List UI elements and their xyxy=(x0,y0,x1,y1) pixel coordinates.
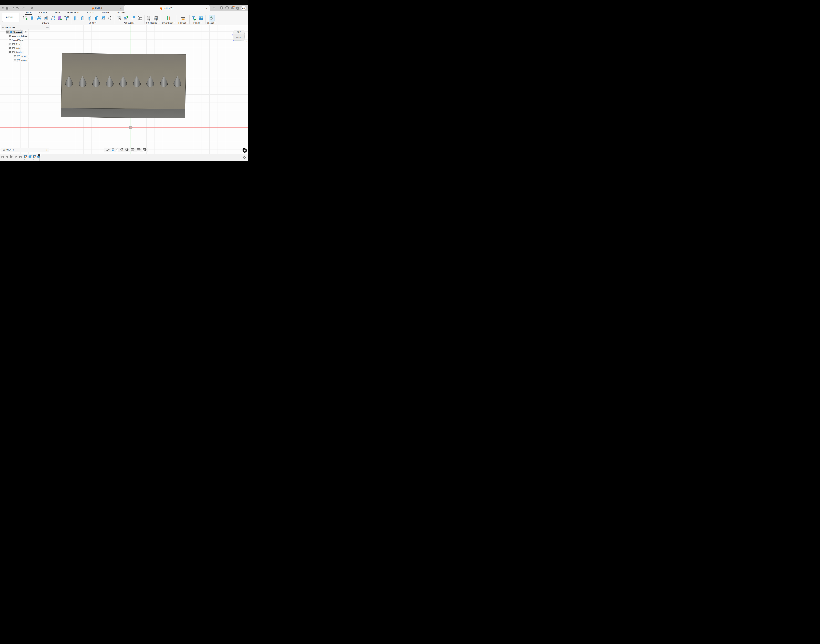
visibility-off-icon[interactable] xyxy=(9,43,11,45)
undo-caret-icon[interactable] xyxy=(19,8,20,9)
new-component-button[interactable] xyxy=(123,15,129,21)
visibility-eye-icon[interactable] xyxy=(9,51,11,53)
viewcube-front-face[interactable]: FRONT xyxy=(236,37,242,38)
timeline-settings-gear-icon[interactable] xyxy=(243,156,246,159)
save-button[interactable] xyxy=(11,6,15,10)
document-tab-untitled-1[interactable]: Untitled*(1) ✕ xyxy=(124,5,210,11)
step-forward-button[interactable] xyxy=(15,155,17,158)
tab-sheet-metal[interactable]: SHEET METAL xyxy=(63,11,83,14)
visibility-eye-icon[interactable] xyxy=(9,47,11,49)
insert-canvas-button[interactable] xyxy=(198,15,204,21)
expander-icon[interactable]: › xyxy=(3,31,5,33)
construction-plane-button[interactable] xyxy=(166,15,171,21)
home-icon[interactable] xyxy=(31,6,34,10)
browser-item-origin[interactable]: › Origin xyxy=(1,42,50,46)
timeline-feature-sketch2[interactable] xyxy=(33,155,36,159)
slab-front-face[interactable] xyxy=(61,108,185,118)
expander-icon[interactable]: › xyxy=(6,35,8,37)
orbit-button[interactable] xyxy=(106,148,110,151)
redo-button[interactable] xyxy=(22,7,27,10)
tab-plastic[interactable]: PLASTIC xyxy=(83,11,98,14)
browser-item-named-views[interactable]: › Named Views xyxy=(1,38,50,42)
document-tab-untitled[interactable]: Untitled ✕ xyxy=(69,5,124,11)
close-tab-icon[interactable]: ✕ xyxy=(206,7,207,9)
job-status-icon[interactable] xyxy=(220,6,223,10)
press-pull-button[interactable] xyxy=(73,15,78,21)
create-group-dropdown[interactable]: CREATE xyxy=(41,22,51,24)
tab-solid[interactable]: SOLID xyxy=(22,11,35,14)
browser-item-sketch2[interactable]: Sketch2 xyxy=(1,58,50,62)
insert-fastener-button[interactable] xyxy=(191,15,197,21)
collapse-panel-icon[interactable] xyxy=(2,26,4,28)
visibility-off-icon[interactable] xyxy=(14,55,16,57)
cones[interactable] xyxy=(65,75,181,87)
assemble-group-dropdown[interactable]: ASSEMBLE xyxy=(124,22,135,24)
generative-shape-button[interactable] xyxy=(64,15,69,21)
timeline-feature-extrude1[interactable] xyxy=(28,155,32,159)
timeline-position-marker[interactable] xyxy=(38,155,40,161)
construct-group-dropdown[interactable]: CONSTRUCT xyxy=(162,22,175,24)
shell-button[interactable] xyxy=(87,15,92,21)
hole-button[interactable] xyxy=(43,15,49,21)
model-body[interactable] xyxy=(61,53,186,118)
autodesk-assistant-icon[interactable] xyxy=(243,148,247,153)
create-sketch-button[interactable] xyxy=(23,15,28,21)
activate-component-radio[interactable] xyxy=(24,31,26,33)
pan-button[interactable] xyxy=(116,149,119,151)
tab-mesh[interactable]: MESH xyxy=(51,11,63,14)
bill-of-materials-button[interactable] xyxy=(137,15,143,21)
revolve-button[interactable] xyxy=(37,15,42,21)
viewcube-top-face[interactable]: TOP xyxy=(236,31,241,33)
expander-icon[interactable]: › xyxy=(6,43,8,45)
configure-group-dropdown[interactable]: CONFIGURE xyxy=(146,22,158,24)
visibility-off-icon[interactable] xyxy=(14,59,16,61)
combine-button[interactable] xyxy=(94,15,99,21)
window-zoom-button[interactable] xyxy=(125,148,129,151)
visibility-eye-icon[interactable] xyxy=(6,31,9,33)
select-button[interactable] xyxy=(209,15,214,21)
go-to-end-button[interactable] xyxy=(19,155,22,158)
undo-button[interactable] xyxy=(16,7,21,10)
zoom-button[interactable] xyxy=(120,148,123,151)
step-back-button[interactable] xyxy=(6,155,8,158)
tab-surface[interactable]: SURFACE xyxy=(35,11,51,14)
new-tab-button[interactable] xyxy=(213,6,215,10)
select-group-dropdown[interactable]: SELECT xyxy=(207,22,216,24)
insert-derive-button[interactable] xyxy=(117,15,122,21)
look-at-button[interactable] xyxy=(112,149,114,151)
browser-item-root[interactable]: › (Unsaved) xyxy=(1,30,50,34)
fillet-button[interactable] xyxy=(80,15,86,21)
play-button[interactable] xyxy=(10,155,13,158)
help-icon[interactable]: ? xyxy=(236,6,239,10)
browser-item-bodies[interactable]: › Bodies xyxy=(1,46,50,50)
insert-group-dropdown[interactable]: INSERT xyxy=(193,22,201,24)
create-form-button[interactable] xyxy=(57,15,63,21)
configuration-table-button[interactable] xyxy=(153,15,158,21)
tab-manage[interactable]: MANAGE xyxy=(98,11,113,14)
workspace-selector[interactable]: DESIGN xyxy=(2,12,19,22)
expander-icon[interactable]: › xyxy=(6,47,8,49)
notifications-icon[interactable] xyxy=(231,6,234,10)
view-cube[interactable]: TOP FRONT Z X xyxy=(230,28,247,43)
app-launcher-icon[interactable] xyxy=(2,6,5,10)
extrude-button[interactable] xyxy=(29,15,35,21)
go-to-start-button[interactable] xyxy=(1,155,4,158)
file-menu-button[interactable] xyxy=(6,6,10,10)
browser-item-sketch1[interactable]: Sketch1 xyxy=(1,54,50,58)
configure-button[interactable] xyxy=(146,15,152,21)
browser-item-document-settings[interactable]: › Document Settings xyxy=(1,34,50,38)
comments-bar[interactable]: COMMENTS + xyxy=(1,148,49,152)
recent-files-icon[interactable] xyxy=(225,6,229,10)
expander-icon[interactable]: › xyxy=(6,39,8,41)
display-settings-button[interactable] xyxy=(131,149,135,151)
viewports-button[interactable] xyxy=(143,149,147,151)
modify-group-dropdown[interactable]: MODIFY xyxy=(89,22,97,24)
close-tab-icon[interactable]: ✕ xyxy=(120,7,122,9)
timeline-feature-sketch1[interactable] xyxy=(24,155,27,159)
user-avatar[interactable]: AO xyxy=(241,6,246,10)
redo-caret-icon[interactable] xyxy=(25,8,27,9)
3d-canvas[interactable]: BROWSER ▬ › (Unsaved) › xyxy=(0,25,248,154)
measure-button[interactable] xyxy=(180,15,186,21)
rectangular-pattern-button[interactable] xyxy=(50,15,56,21)
expander-icon[interactable]: › xyxy=(6,51,8,53)
